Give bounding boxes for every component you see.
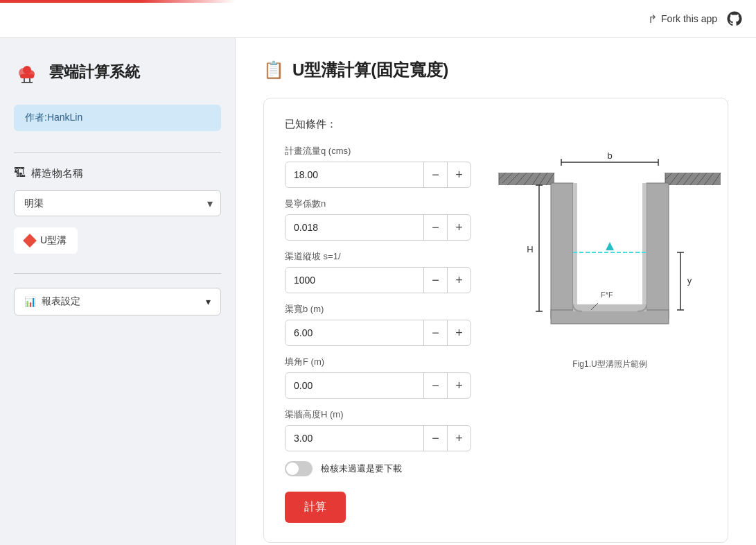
fillet-input[interactable] — [285, 374, 423, 397]
svg-rect-31 — [551, 183, 573, 318]
field-label-flow-rate: 計畫流量q (cms) — [285, 145, 471, 157]
flow-rate-increment[interactable]: + — [447, 162, 471, 187]
author-label: 作者:HankLin — [25, 112, 82, 123]
field-label-channel-width: 渠寬b (m) — [285, 303, 471, 315]
svg-rect-32 — [647, 183, 669, 318]
calculate-button[interactable]: 計算 — [285, 492, 346, 523]
field-wall-height: 渠牆高度H (m) − + — [285, 408, 471, 451]
manning-n-input[interactable] — [285, 216, 423, 239]
brand-accent-bar — [0, 0, 236, 3]
svg-point-2 — [23, 66, 31, 74]
divider-2 — [14, 273, 221, 274]
field-fillet: 填角F (m) − + — [285, 356, 471, 399]
field-channel-width: 渠寬b (m) − + — [285, 303, 471, 346]
report-label-text: 報表設定 — [42, 295, 80, 308]
channel-type-dropdown-wrapper: 明渠 暗渠 ▾ — [14, 190, 221, 216]
field-slope: 渠道縱坡 s=1/ − + — [285, 250, 471, 293]
channel-type-select[interactable]: 明渠 暗渠 — [14, 190, 221, 216]
main-content: 📋 U型溝計算(固定寬度) 已知條件： 計畫流量q (cms) − + — [236, 38, 756, 545]
wall-height-input[interactable] — [285, 426, 423, 450]
channel-width-increment[interactable]: + — [447, 320, 471, 345]
structure-icon: 🏗 — [14, 166, 26, 180]
diagram-section: b — [492, 145, 728, 523]
flow-rate-decrement[interactable]: − — [423, 162, 447, 187]
svg-text:b: b — [607, 150, 612, 161]
field-input-row-fillet: − + — [285, 372, 471, 399]
report-settings-button[interactable]: 📊 報表設定 ▾ — [14, 288, 221, 315]
page-title-text: U型溝計算(固定寬度) — [292, 59, 448, 81]
svg-marker-38 — [606, 242, 614, 250]
channel-width-input[interactable] — [285, 321, 423, 345]
u-channel-diagram: b — [492, 145, 728, 353]
flow-rate-input[interactable] — [285, 163, 423, 187]
form-diagram-row: 計畫流量q (cms) − + 曼寧係數n − + — [285, 145, 707, 523]
toggle-row: 檢核未過還是要下載 — [285, 461, 471, 476]
field-flow-rate: 計畫流量q (cms) − + — [285, 145, 471, 188]
structure-section-label: 🏗 構造物名稱 — [14, 166, 221, 180]
diagram-caption: Fig1.U型溝照片範例 — [572, 358, 647, 370]
u-channel-button[interactable]: U型溝 — [14, 227, 78, 254]
main-layout: 雲端計算系統 作者:HankLin 🏗 構造物名稱 明渠 暗渠 ▾ U型溝 📊 … — [0, 38, 756, 545]
svg-rect-33 — [551, 310, 669, 324]
field-label-slope: 渠道縱坡 s=1/ — [285, 250, 471, 263]
diamond-icon — [23, 234, 37, 248]
author-badge: 作者:HankLin — [14, 105, 221, 131]
field-input-row-wall-height: − + — [285, 425, 471, 451]
sidebar: 雲端計算系統 作者:HankLin 🏗 構造物名稱 明渠 暗渠 ▾ U型溝 📊 … — [0, 38, 236, 545]
svg-text:y: y — [687, 275, 692, 286]
svg-text:F*F: F*F — [601, 291, 613, 299]
field-label-fillet: 填角F (m) — [285, 356, 471, 368]
fillet-decrement[interactable]: − — [423, 373, 447, 398]
page-title-icon: 📋 — [263, 60, 284, 80]
slope-input[interactable] — [285, 268, 423, 292]
wall-height-increment[interactable]: + — [447, 426, 471, 451]
svg-rect-36 — [573, 304, 647, 311]
field-input-row-manning-n: − + — [285, 214, 471, 241]
manning-n-increment[interactable]: + — [447, 215, 471, 240]
field-manning-n: 曼寧係數n − + — [285, 198, 471, 241]
fork-icon: ↱ — [648, 12, 657, 26]
top-bar: ↱ Fork this app — [0, 0, 756, 38]
fillet-increment[interactable]: + — [447, 373, 471, 398]
divider-1 — [14, 152, 221, 153]
toggle-knob — [286, 462, 299, 475]
report-arrow-icon: ▾ — [206, 296, 211, 307]
form-section: 計畫流量q (cms) − + 曼寧係數n − + — [285, 145, 471, 523]
manning-n-decrement[interactable]: − — [423, 215, 447, 240]
main-card: 已知條件： 計畫流量q (cms) − + 曼寧係數n — [263, 98, 728, 543]
wall-height-decrement[interactable]: − — [423, 426, 447, 451]
channel-btn-label: U型溝 — [40, 234, 67, 247]
download-toggle[interactable] — [285, 461, 313, 476]
github-icon — [727, 11, 742, 26]
field-input-row-channel-width: − + — [285, 320, 471, 346]
fork-label: Fork this app — [661, 13, 717, 24]
slope-decrement[interactable]: − — [423, 268, 447, 293]
fork-button[interactable]: ↱ Fork this app — [648, 11, 742, 26]
slope-increment[interactable]: + — [447, 268, 471, 293]
field-input-row-flow-rate: − + — [285, 162, 471, 188]
channel-width-decrement[interactable]: − — [423, 320, 447, 345]
known-conditions-label: 已知條件： — [285, 118, 707, 131]
svg-rect-35 — [642, 183, 647, 311]
field-label-wall-height: 渠牆高度H (m) — [285, 408, 471, 421]
svg-rect-3 — [20, 74, 34, 78]
brand-title: 雲端計算系統 — [49, 62, 140, 83]
svg-rect-34 — [573, 183, 577, 311]
toggle-label: 檢核未過還是要下載 — [321, 462, 402, 475]
structure-label-text: 構造物名稱 — [31, 167, 83, 180]
field-label-manning-n: 曼寧係數n — [285, 198, 471, 210]
report-label-container: 📊 報表設定 — [24, 295, 80, 308]
page-title: 📋 U型溝計算(固定寬度) — [263, 59, 728, 81]
sidebar-brand: 雲端計算系統 — [14, 59, 221, 85]
brand-icon — [14, 59, 40, 85]
field-input-row-slope: − + — [285, 267, 471, 293]
report-icon: 📊 — [24, 296, 36, 307]
svg-text:H: H — [527, 244, 533, 254]
